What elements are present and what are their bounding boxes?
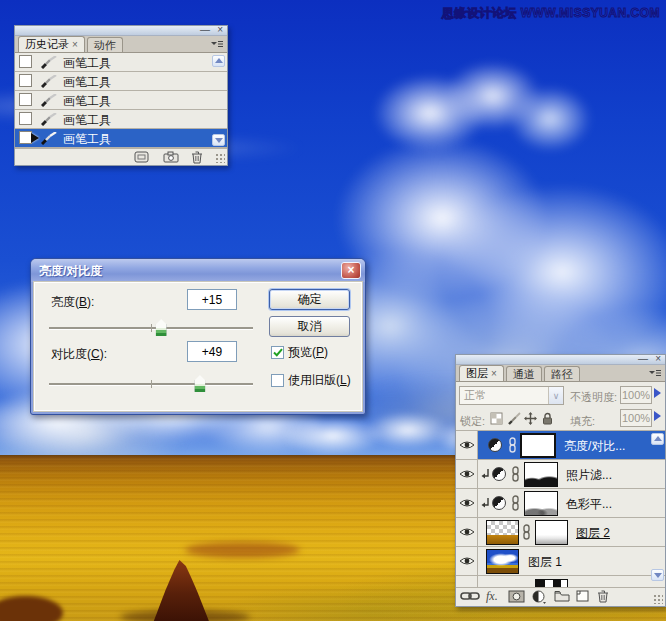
history-step-label: 画笔工具 [63,74,111,91]
lock-label: 锁定: [460,414,485,429]
layer-mask-thumbnail[interactable] [520,433,556,458]
new-document-from-state-button[interactable] [134,151,149,163]
opacity-value[interactable]: 100% [620,386,652,404]
history-titlebar[interactable]: — × [15,26,227,36]
lock-transparency-icon[interactable] [490,412,503,425]
checkbox-checked[interactable] [271,346,284,359]
new-snapshot-icon [163,151,179,163]
layer-row-photo-filter[interactable]: 照片滤... [456,460,665,489]
lock-position-icon[interactable] [524,412,537,425]
new-snapshot-button[interactable] [163,151,179,163]
history-row-selected[interactable]: 画笔工具 [15,129,227,148]
preview-checkbox[interactable]: 预览(P) [271,344,328,361]
minimize-button[interactable]: — [200,24,210,36]
layer-row-color-balance[interactable]: 色彩平... [456,489,665,518]
clipping-mask-icon [480,468,491,481]
brush-tool-icon [41,113,57,126]
close-button[interactable]: × [655,353,661,365]
trash-icon [597,590,609,603]
panel-menu-button[interactable] [647,367,663,379]
layer-style-button[interactable]: fx. [486,589,498,604]
clipping-mask-icon [480,497,491,510]
tab-history[interactable]: 历史记录 × [18,36,85,52]
layer-mask-thumbnail[interactable] [524,491,558,516]
visibility-toggle[interactable] [456,518,478,546]
layer-row-layer-2[interactable]: 图层 2 [456,518,665,547]
panel-menu-button[interactable] [209,38,225,50]
scroll-down-button[interactable] [651,569,664,581]
lock-all-icon[interactable] [542,412,553,425]
scroll-down-button[interactable] [212,134,225,146]
check-icon [273,348,283,357]
layer-row-partial[interactable] [456,576,665,587]
layer-mask-thumbnail[interactable] [524,462,558,487]
blend-mode-row: 正常 ∨ 不透明度: 100% [456,382,665,406]
delete-state-button[interactable] [191,151,203,164]
opacity-slider-arrow[interactable] [654,388,666,398]
new-layer-icon [576,590,589,602]
scroll-up-button[interactable] [651,433,664,445]
ok-button[interactable]: 确定 [269,289,350,310]
visibility-toggle[interactable] [456,489,478,517]
history-source-checkbox[interactable] [19,93,32,106]
visibility-toggle[interactable] [456,460,478,488]
tab-paths[interactable]: 路径 [544,366,580,381]
brightness-input[interactable] [187,289,237,310]
brightness-slider[interactable] [49,319,253,336]
dialog-close-button[interactable]: × [341,262,361,279]
layer-thumbnail[interactable] [486,520,519,545]
history-row[interactable]: 画笔工具 [15,53,227,72]
tab-actions[interactable]: 动作 [87,37,123,52]
close-button[interactable]: × [217,24,223,36]
resize-grip[interactable] [215,153,225,163]
contrast-input[interactable] [187,341,237,362]
contrast-slider[interactable] [49,375,253,392]
visibility-toggle[interactable] [456,547,478,575]
trash-icon [191,151,203,164]
new-layer-button[interactable] [576,590,589,602]
blend-mode-select[interactable]: 正常 ∨ [459,386,564,405]
tab-channels[interactable]: 通道 [506,366,542,381]
brush-tool-icon [41,75,57,88]
dialog-titlebar[interactable]: 亮度/对比度 × [31,259,365,282]
minimize-button[interactable]: — [638,353,648,365]
add-layer-mask-button[interactable] [508,590,525,603]
history-source-checkbox[interactable] [19,74,32,87]
history-source-checkbox[interactable] [19,55,32,68]
dropdown-arrow-icon[interactable]: ∨ [548,387,563,404]
visibility-toggle[interactable] [456,576,478,587]
scroll-up-button[interactable] [212,55,225,67]
brightness-slider-thumb[interactable] [156,319,167,336]
use-legacy-checkbox[interactable]: 使用旧版(L) [271,372,351,389]
history-row[interactable]: 画笔工具 [15,110,227,129]
resize-grip[interactable] [653,594,663,604]
layer-row-layer-1[interactable]: 图层 1 [456,547,665,576]
history-source-checkbox[interactable] [19,112,32,125]
history-list: 画笔工具 画笔工具 画笔工具 画笔工具 画笔工具 [15,53,227,148]
layer-row-brightness-contrast[interactable]: 亮度/对比... [456,431,665,460]
tab-layers[interactable]: 图层 × [459,365,504,381]
layers-titlebar[interactable]: — × [456,355,665,365]
history-step-label: 画笔工具 [63,55,111,72]
fill-slider-arrow[interactable] [654,411,666,421]
layer-name: 色彩平... [566,496,612,513]
history-row[interactable]: 画笔工具 [15,91,227,110]
tab-close-icon[interactable]: × [72,39,78,50]
contrast-slider-thumb[interactable] [194,375,205,392]
use-legacy-label: 使用旧版(L) [288,372,351,389]
layer-mask-thumbnail[interactable] [535,520,568,545]
new-group-button[interactable] [554,590,570,602]
tab-close-icon[interactable]: × [491,368,497,379]
checkbox-unchecked[interactable] [271,374,284,387]
history-row[interactable]: 画笔工具 [15,72,227,91]
delete-layer-button[interactable] [597,590,609,603]
new-adjustment-layer-button[interactable] [532,590,546,604]
cancel-button[interactable]: 取消 [269,316,350,337]
visibility-toggle[interactable] [456,431,478,459]
layer-thumbnail[interactable] [535,579,568,587]
layer-thumbnail[interactable] [486,549,519,574]
link-layers-button[interactable] [460,590,480,602]
fill-value[interactable]: 100% [620,409,652,427]
eye-icon [459,498,475,508]
lock-paint-icon[interactable] [508,412,521,425]
